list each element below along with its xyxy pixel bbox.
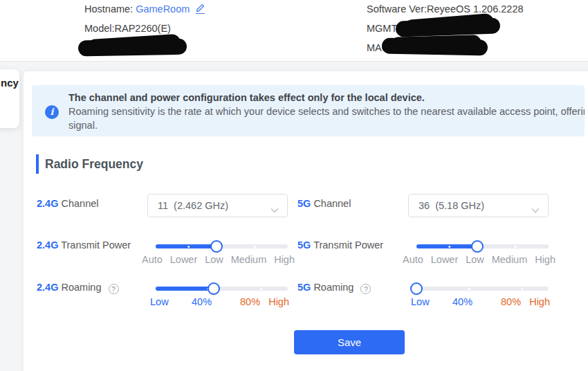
tick-lower: Lower [431,254,459,265]
tick-high: High [529,296,550,307]
slider-rail[interactable] [416,287,549,291]
band-24g: 2.4G [37,282,58,293]
band-5g: 5G [297,198,311,209]
tick-low: Low [205,254,223,265]
model-row: Model:RAP2260(E) [84,23,171,34]
label-5g-channel: 5G Channel [297,198,351,209]
slider-handle[interactable] [471,240,484,253]
info-alert: i The channel and power configuration ta… [32,85,585,136]
alert-body-line2: signal. [68,118,582,132]
tick-high: High [268,296,289,307]
slider-rail[interactable] [156,244,288,248]
slider-fill [416,244,477,248]
slider-step-mark [515,246,517,248]
tick-40pct: 40% [192,296,212,307]
dropdown-5g-channel-value: 36 (5.18 GHz) [419,200,484,211]
label-channel: Channel [61,198,98,209]
tick-80pct: 80% [240,296,260,307]
redacted-serial-number [78,39,187,57]
help-icon[interactable]: ? [109,284,119,294]
tick-low: Low [150,296,169,307]
slider-step-mark [468,288,471,291]
hostname-row: Hostname: GameRoom [84,3,205,15]
slider-rail[interactable] [156,287,288,291]
roaming-tick-labels: Low 40% 80% High [408,296,549,309]
slider-step-mark [187,246,190,248]
radio-frequency-page: { "colors": { "accent": "#2d6bf4", "link… [0,0,588,371]
tick-low: Low [411,296,430,307]
chevron-down-icon [531,203,540,216]
label-24g-roaming: 2.4G Roaming ? [37,282,119,294]
redacted-mac-address [382,38,488,56]
dropdown-24g-channel[interactable]: 11 (2.462 GHz) [147,194,288,217]
slider-step-mark [260,288,263,291]
chevron-down-icon [270,203,279,216]
tick-40pct: 40% [452,296,472,307]
slider-handle[interactable] [210,240,223,253]
dropdown-24g-channel-value: 11 (2.462 GHz) [158,200,228,211]
info-icon: i [45,105,59,119]
slider-fill [156,244,217,248]
slider-handle[interactable] [208,282,220,295]
tick-80pct: 80% [501,296,521,307]
slider-fill [156,287,214,291]
model-label: Model:RAP2260(E) [84,23,171,34]
label-transmit-power: Transmit Power [313,239,383,251]
band-5g: 5G [297,282,311,293]
radio-frequency-card: i The channel and power configuration ta… [24,71,588,371]
dropdown-5g-channel[interactable]: 36 (5.18 GHz) [408,194,549,217]
edit-hostname-icon[interactable] [196,3,205,14]
band-24g: 2.4G [37,198,58,209]
tick-medium: Medium [492,254,528,265]
roaming-tick-labels: Low 40% 80% High [147,296,288,309]
label-transmit-power: Transmit Power [61,239,131,251]
label-roaming: Roaming [61,282,101,293]
slider-step-mark [521,288,524,291]
tick-auto: Auto [403,254,423,265]
redacted-mgmt-ip [396,17,501,37]
tick-auto: Auto [142,254,163,265]
band-24g: 2.4G [37,239,58,251]
software-version-label: Software Ver:ReyeeOS 1.206.2228 [367,3,524,15]
slider-step-mark [448,246,451,248]
label-channel: Channel [313,198,351,209]
label-24g-transmit-power: 2.4G Transmit Power [37,239,131,251]
tick-high: High [274,254,295,265]
tick-high: High [535,254,555,265]
tick-lower: Lower [170,254,198,265]
slider-tick-labels: Auto Lower Low Medium High [142,254,295,265]
alert-body-line1: Roaming sensitivity is the rate at which… [68,105,582,118]
slider-handle[interactable] [410,282,423,295]
label-5g-transmit-power: 5G Transmit Power [297,239,383,251]
tick-low: Low [466,254,484,265]
hostname-label: Hostname: [84,3,133,15]
help-icon[interactable]: ? [360,284,371,294]
section-accent-bar [36,154,39,174]
software-version-row: Software Ver:ReyeeOS 1.206.2228 [367,3,524,15]
alert-title: The channel and power configuration take… [68,91,582,105]
label-24g-channel: 2.4G Channel [37,198,98,209]
sidebar-tab-label: ncy [1,77,19,89]
alert-text: The channel and power configuration take… [68,91,582,132]
sidebar-tab-radio-frequency-partial[interactable]: ncy [0,69,19,128]
band-5g: 5G [297,239,311,251]
hostname-value[interactable]: GameRoom [136,3,190,15]
slider-step-mark [254,246,257,248]
label-5g-roaming: 5G Roaming ? [297,282,371,294]
save-button[interactable]: Save [294,330,405,354]
tick-medium: Medium [231,254,267,265]
page-title: Radio Frequency [45,157,143,172]
label-roaming: Roaming [313,282,353,293]
slider-tick-labels: Auto Lower Low Medium High [403,254,555,265]
device-info-header: Hostname: GameRoom Model:RAP2260(E) Soft… [0,0,588,62]
slider-rail[interactable] [416,244,549,248]
